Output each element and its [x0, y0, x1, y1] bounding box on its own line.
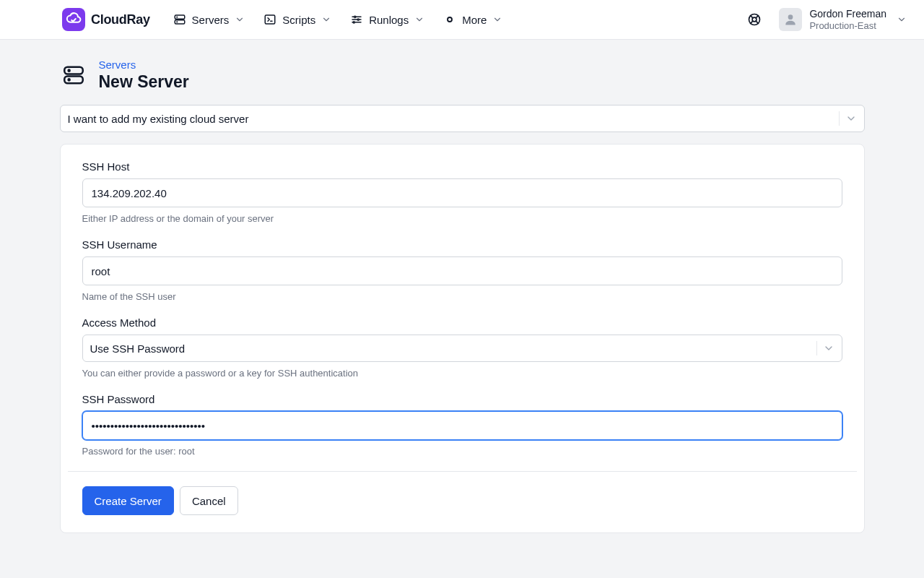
svg-rect-21 [64, 76, 83, 83]
nav-servers[interactable]: Servers [173, 13, 245, 26]
divider [816, 341, 817, 355]
terminal-icon [263, 13, 276, 26]
chevron-down-icon [823, 342, 834, 354]
ssh-username-input[interactable] [82, 256, 842, 285]
cloud-icon [62, 8, 85, 31]
ssh-host-label: SSH Host [82, 160, 842, 173]
app-header: CloudRay Servers Scripts [0, 0, 924, 40]
avatar [779, 8, 802, 31]
chevron-down-icon [235, 14, 245, 25]
chevron-down-icon [492, 14, 502, 25]
main-nav: Servers Scripts Runlogs [173, 13, 503, 26]
field-ssh-username: SSH Username Name of the SSH user [82, 238, 842, 302]
ssh-host-help: Either IP address or the domain of your … [82, 213, 842, 224]
svg-line-18 [756, 16, 758, 18]
server-type-value: I want to add my existing cloud server [68, 113, 833, 125]
form-actions: Create Server Cancel [82, 486, 842, 515]
nav-runlogs-label: Runlogs [369, 14, 409, 26]
svg-rect-20 [64, 67, 83, 74]
breadcrumb-servers-link[interactable]: Servers [99, 59, 136, 71]
chevron-down-icon [845, 113, 857, 124]
access-method-help: You can either provide a password or a k… [82, 368, 842, 379]
circle-icon [443, 13, 456, 26]
nav-scripts-label: Scripts [282, 14, 315, 26]
divider [839, 111, 840, 126]
nav-runlogs[interactable]: Runlogs [350, 13, 424, 26]
svg-point-2 [176, 17, 177, 17]
access-method-select[interactable]: Use SSH Password [82, 335, 842, 362]
access-method-label: Access Method [82, 316, 842, 329]
brand-name: CloudRay [91, 12, 150, 27]
svg-line-15 [751, 16, 753, 18]
field-access-method: Access Method Use SSH Password You can e… [82, 316, 842, 379]
breadcrumb: Servers [99, 59, 189, 71]
page-title: New Server [99, 72, 189, 92]
create-server-button[interactable]: Create Server [82, 486, 174, 515]
nav-scripts[interactable]: Scripts [263, 13, 331, 26]
brand-logo[interactable]: CloudRay [62, 8, 150, 31]
chevron-down-icon [321, 14, 331, 25]
user-menu[interactable]: Gordon Freeman Production-East [779, 8, 907, 31]
svg-point-10 [357, 19, 359, 20]
ssh-password-input[interactable] [82, 411, 842, 440]
svg-line-16 [756, 21, 758, 23]
nav-more[interactable]: More [443, 13, 502, 26]
form-card: SSH Host Either IP address or the domain… [60, 144, 865, 533]
page-body: Servers New Server I want to add my exis… [60, 40, 865, 562]
svg-point-23 [68, 79, 69, 80]
ssh-username-help: Name of the SSH user [82, 291, 842, 302]
svg-point-3 [176, 22, 177, 22]
cancel-button[interactable]: Cancel [180, 486, 238, 515]
server-icon [173, 13, 186, 26]
access-method-value: Use SSH Password [90, 342, 811, 355]
user-name: Gordon Freeman [809, 8, 886, 20]
nav-more-label: More [462, 14, 487, 26]
page-head: Servers New Server [60, 59, 865, 92]
nav-servers-label: Servers [192, 14, 230, 26]
svg-point-11 [353, 22, 354, 23]
sliders-icon [350, 13, 363, 26]
chevron-down-icon [897, 14, 907, 25]
ssh-username-label: SSH Username [82, 238, 842, 251]
ssh-password-help: Password for the user: root [82, 446, 842, 457]
help-icon[interactable] [747, 12, 762, 27]
server-icon [61, 63, 86, 87]
svg-point-9 [354, 16, 356, 17]
ssh-password-label: SSH Password [82, 393, 842, 405]
field-ssh-host: SSH Host Either IP address or the domain… [82, 160, 842, 224]
svg-point-12 [448, 17, 452, 22]
divider [68, 471, 857, 472]
chevron-down-icon [414, 14, 424, 25]
ssh-host-input[interactable] [82, 178, 842, 207]
svg-point-19 [788, 14, 793, 20]
user-workspace: Production-East [809, 20, 886, 32]
user-text: Gordon Freeman Production-East [809, 8, 886, 31]
svg-point-22 [68, 70, 69, 72]
server-type-selector[interactable]: I want to add my existing cloud server [60, 105, 865, 132]
field-ssh-password: SSH Password Password for the user: root [82, 393, 842, 457]
svg-line-17 [751, 21, 753, 23]
